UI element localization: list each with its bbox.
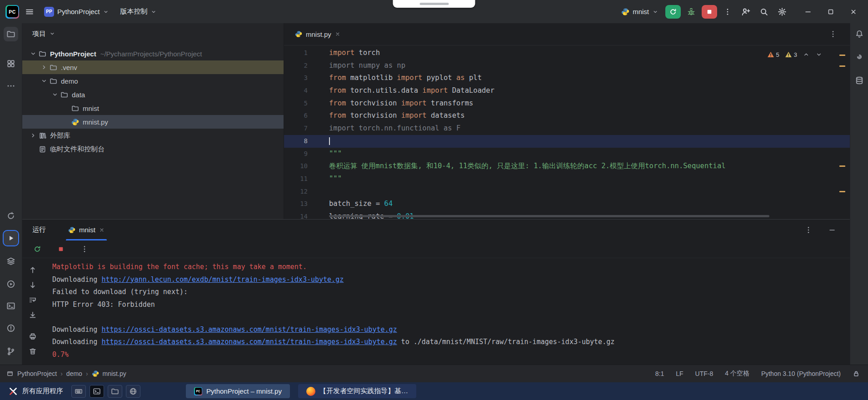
more-tools-button[interactable] xyxy=(4,79,18,93)
notifications-button[interactable] xyxy=(852,27,867,41)
file-manager-button[interactable] xyxy=(108,385,122,398)
line-number[interactable]: 9 xyxy=(284,148,319,160)
run-panel-more-button[interactable] xyxy=(801,223,816,237)
settings-button[interactable] xyxy=(774,5,790,19)
tree-row[interactable]: PythonProject~/PycharmProjects/PythonPro… xyxy=(22,47,284,60)
line-number[interactable]: 1 xyxy=(284,47,319,60)
run-toolbar-more-button[interactable] xyxy=(77,242,92,256)
horizontal-scrollbar[interactable] xyxy=(329,215,769,217)
tree-row[interactable]: mnist xyxy=(22,101,284,115)
console-link[interactable]: https://ossci-datasets.s3.amazonaws.com/… xyxy=(101,325,397,334)
version-control-tool-button[interactable] xyxy=(4,344,18,359)
virtual-keyboard-button[interactable] xyxy=(71,385,86,398)
breadcrumb-project[interactable]: PythonProject xyxy=(17,370,57,377)
analysis-mark[interactable] xyxy=(839,165,845,167)
code-line[interactable]: 5from torchvision import transforms xyxy=(284,97,850,110)
line-number[interactable]: 12 xyxy=(284,185,319,198)
terminal-app-button[interactable] xyxy=(90,385,104,398)
code-line[interactable]: 2import numpy as np xyxy=(284,60,850,72)
warnings-badge[interactable]: 5 xyxy=(767,51,779,58)
main-menu-button[interactable] xyxy=(22,5,37,19)
vcs-widget[interactable]: 版本控制 xyxy=(116,5,161,18)
line-number[interactable]: 7 xyxy=(284,122,319,135)
tab-close-icon[interactable] xyxy=(335,31,340,37)
run-more-button[interactable] xyxy=(720,5,735,19)
editor-tab-mnist[interactable]: mnist.py xyxy=(291,23,344,45)
rerun-button[interactable] xyxy=(665,5,681,19)
python-interpreter[interactable]: Python 3.10 (PythonProject) xyxy=(761,370,841,377)
print-button[interactable] xyxy=(27,331,38,342)
line-number[interactable]: 13 xyxy=(284,198,319,210)
scroll-to-end-button[interactable] xyxy=(27,310,38,320)
screen-top-handle[interactable] xyxy=(393,0,475,8)
services-tool-button[interactable] xyxy=(4,254,18,269)
tree-row[interactable]: demo xyxy=(22,74,284,88)
line-number[interactable]: 11 xyxy=(284,173,319,185)
add-user-button[interactable] xyxy=(738,5,753,19)
tree-row[interactable]: 临时文件和控制台 xyxy=(22,142,284,156)
structure-tool-button[interactable] xyxy=(4,56,18,71)
code-line[interactable]: 10卷积运算 使用mnist数据集, 和10-4, 11类似的, 只是这里: 1… xyxy=(284,160,850,173)
browser-button[interactable] xyxy=(126,385,140,398)
close-button[interactable] xyxy=(844,5,863,19)
console-link[interactable]: https://ossci-datasets.s3.amazonaws.com/… xyxy=(101,338,397,346)
code-line[interactable]: 9""" xyxy=(284,148,850,160)
tree-row[interactable]: data xyxy=(22,88,284,101)
file-encoding[interactable]: UTF-8 xyxy=(695,370,713,377)
line-separator[interactable]: LF xyxy=(676,370,683,377)
run-tool-button[interactable] xyxy=(4,231,18,245)
line-number[interactable]: 14 xyxy=(284,210,319,219)
app-launcher-button[interactable]: 所有应用程序 xyxy=(4,384,68,398)
python-console-tool-button[interactable] xyxy=(4,277,18,291)
line-number[interactable]: 2 xyxy=(284,60,319,72)
python-packages-tool-button[interactable] xyxy=(4,209,18,223)
clear-console-button[interactable] xyxy=(27,346,38,357)
line-number[interactable]: 10 xyxy=(284,160,319,173)
chevron-right-icon[interactable] xyxy=(29,132,38,139)
next-problem-icon[interactable] xyxy=(815,51,823,58)
minimize-button[interactable] xyxy=(799,5,817,19)
run-config-selector[interactable]: mnist xyxy=(617,5,663,18)
breadcrumb-file[interactable]: mnist.py xyxy=(103,370,126,377)
project-tool-button[interactable] xyxy=(4,27,18,41)
code-line[interactable]: 4from torch.utils.data import DataLoader xyxy=(284,85,850,97)
tree-row[interactable]: 外部库 xyxy=(22,129,284,142)
code-line[interactable]: 3from matplotlib import pyplot as plt xyxy=(284,72,850,85)
taskbar-window-firefox[interactable]: 【开发者空间实践指导】基… xyxy=(298,384,416,398)
tree-row[interactable]: mnist.py xyxy=(22,115,284,129)
database-tool-button[interactable] xyxy=(852,73,867,88)
chevron-right-icon[interactable] xyxy=(40,64,49,71)
stop-run-button[interactable] xyxy=(53,242,69,256)
line-number[interactable]: 3 xyxy=(284,72,319,85)
prev-problem-icon[interactable] xyxy=(803,51,810,58)
editor-more-button[interactable] xyxy=(825,27,841,41)
analysis-mark[interactable] xyxy=(839,65,845,67)
run-tab-mnist[interactable]: mnist xyxy=(66,220,107,240)
line-number[interactable]: 6 xyxy=(284,110,319,122)
breadcrumb-folder[interactable]: demo xyxy=(66,370,82,377)
problems-tool-button[interactable] xyxy=(4,321,18,335)
code-line[interactable]: 1import torch xyxy=(284,47,850,60)
code-line[interactable]: 7import torch.nn.functional as F xyxy=(284,122,850,135)
stop-button[interactable] xyxy=(702,5,717,19)
rerun-run-button[interactable] xyxy=(30,242,45,256)
tab-close-icon[interactable] xyxy=(99,227,105,233)
ai-assistant-button[interactable] xyxy=(852,50,867,64)
soft-wrap-button[interactable] xyxy=(27,295,38,305)
analysis-mark[interactable] xyxy=(839,55,845,56)
debug-button[interactable] xyxy=(683,5,699,19)
indent-style[interactable]: 4 个空格 xyxy=(725,370,749,378)
project-panel-header[interactable]: 项目 xyxy=(22,23,284,44)
code-line[interactable]: 11""" xyxy=(284,173,850,185)
analysis-mark[interactable] xyxy=(839,191,845,192)
console-link[interactable]: http://yann.lecun.com/exdb/mnist/train-i… xyxy=(101,275,344,284)
code-area[interactable]: 5 3 1import torch2import numpy as np3fro… xyxy=(284,45,850,219)
terminal-tool-button[interactable] xyxy=(4,299,18,313)
chevron-down-icon[interactable] xyxy=(40,77,49,85)
code-line[interactable]: 12 xyxy=(284,185,850,198)
line-number[interactable]: 5 xyxy=(284,97,319,110)
maximize-button[interactable] xyxy=(822,5,840,19)
caret-position[interactable]: 8:1 xyxy=(655,370,664,377)
taskbar-window-pycharm[interactable]: PC PythonProject – mnist.py xyxy=(186,384,290,398)
weak-warnings-badge[interactable]: 3 xyxy=(785,51,797,58)
